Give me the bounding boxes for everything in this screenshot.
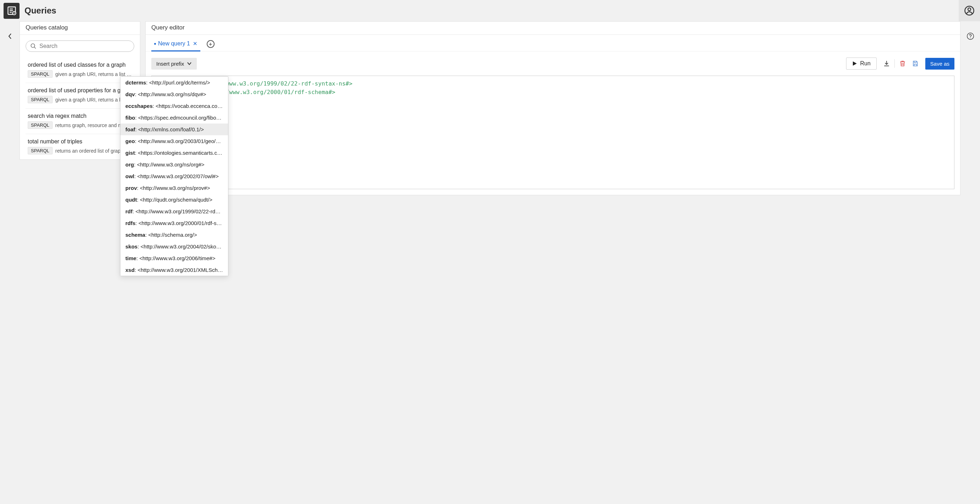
prefix-option-dqv[interactable]: dqv: <http://www.w3.org/ns/dqv#> xyxy=(121,89,228,100)
prefix-name: skos xyxy=(126,244,137,249)
left-rail xyxy=(0,21,19,504)
user-icon xyxy=(964,5,975,16)
right-rail xyxy=(961,21,980,504)
prefix-option-rdfs[interactable]: rdfs: <http://www.w3.org/2000/01/rdf-s… xyxy=(121,217,228,229)
prefix-name: foaf xyxy=(126,126,135,132)
prefix-uri: : <http://www.w3.org/2003/01/geo/… xyxy=(135,138,221,144)
prefix-name: prov xyxy=(126,185,137,191)
catalog-item-title: ordered list of used properties for a gr… xyxy=(28,87,132,94)
search-icon xyxy=(30,43,37,49)
prefix-option-org[interactable]: org: <http://www.w3.org/ns/org#> xyxy=(121,158,228,170)
svg-point-9 xyxy=(970,38,971,38)
catalog-item-tag: SPARQL xyxy=(28,121,52,129)
catalog-title: Queries catalog xyxy=(20,22,140,35)
search-input[interactable] xyxy=(40,43,130,49)
prefix-uri: : <http://schema.org/> xyxy=(145,232,197,238)
catalog-item[interactable]: total number of triples SPARQL returns a… xyxy=(25,134,134,159)
save-as-label: Save as xyxy=(930,61,950,67)
prefix-option-foaf[interactable]: foaf: <http://xmlns.com/foaf/0.1/> xyxy=(121,124,228,135)
help-button[interactable] xyxy=(966,32,975,40)
catalog-item-title: search via regex match xyxy=(28,113,132,119)
prefix-name: dcterms xyxy=(126,79,146,86)
prefix-option-xsd[interactable]: xsd: <http://www.w3.org/2001/XMLSch… xyxy=(121,264,228,276)
prefix-uri: : <http://www.w3.org/ns/org#> xyxy=(134,162,204,168)
tab-new-query[interactable]: New query 1 ✕ xyxy=(151,37,200,51)
prefix-uri: : <https://vocab.eccenca.co… xyxy=(153,103,223,109)
save-icon xyxy=(912,60,919,67)
prefix-uri: : <https://spec.edmcouncil.org/fibo… xyxy=(135,115,222,120)
prefix-option-time[interactable]: time: <http://www.w3.org/2006/time#> xyxy=(121,252,228,264)
queries-logo-icon xyxy=(7,6,17,16)
download-button[interactable] xyxy=(880,57,893,70)
search-wrap xyxy=(20,35,140,57)
prefix-name: org xyxy=(126,162,134,168)
search-box[interactable] xyxy=(25,40,134,52)
prefix-option-eccshapes[interactable]: eccshapes: <https://vocab.eccenca.co… xyxy=(121,100,228,112)
prefix-option-qudt[interactable]: qudt: <http://qudt.org/schema/qudt/> xyxy=(121,194,228,206)
svg-point-5 xyxy=(13,13,14,14)
editor-title: Query editor xyxy=(146,22,960,35)
prefix-uri: : <http://www.w3.org/2000/01/rdf-s… xyxy=(135,220,222,226)
prefix-uri: : <http://xmlns.com/foaf/0.1/> xyxy=(135,126,204,132)
prefix-name: dqv xyxy=(126,91,135,97)
save-button[interactable] xyxy=(909,57,922,70)
tab-close-icon[interactable]: ✕ xyxy=(193,40,197,47)
run-label: Run xyxy=(860,60,870,67)
user-menu[interactable] xyxy=(959,0,980,21)
collapse-left-button[interactable] xyxy=(6,32,14,40)
prefix-uri: : <http://qudt.org/schema/qudt/> xyxy=(137,197,212,203)
catalog-item[interactable]: search via regex match SPARQL returns gr… xyxy=(25,109,134,134)
prefix-option-dcterms[interactable]: dcterms: <http://purl.org/dc/terms/> xyxy=(121,77,228,89)
tab-label: New query 1 xyxy=(158,40,190,47)
svg-line-11 xyxy=(34,47,36,49)
insert-prefix-button[interactable]: Insert prefix xyxy=(151,58,197,70)
editor-card: Query editor New query 1 ✕ ＋ Insert pref… xyxy=(145,21,961,195)
prefix-option-geo[interactable]: geo: <http://www.w3.org/2003/01/geo/… xyxy=(121,135,228,147)
prefix-name: gist xyxy=(126,150,135,156)
page-title: Queries xyxy=(24,6,56,16)
prefix-uri: : <http://www.w3.org/ns/prov#> xyxy=(137,185,210,191)
editor-panel: Query editor New query 1 ✕ ＋ Insert pref… xyxy=(145,21,961,504)
prefix-name: time xyxy=(126,255,137,261)
prefix-name: schema xyxy=(126,232,145,238)
delete-button[interactable] xyxy=(896,57,909,70)
insert-prefix-label: Insert prefix xyxy=(156,61,184,67)
tab-add-button[interactable]: ＋ xyxy=(207,40,215,48)
prefix-uri: : <http://www.w3.org/2004/02/sko… xyxy=(137,244,221,249)
save-as-button[interactable]: Save as xyxy=(925,58,955,70)
play-icon xyxy=(852,61,857,66)
help-icon xyxy=(967,32,974,40)
toolbar-separator xyxy=(894,59,895,68)
chevron-left-icon xyxy=(8,33,12,40)
prefix-option-fibo[interactable]: fibo: <https://spec.edmcouncil.org/fibo… xyxy=(121,112,228,124)
catalog-item[interactable]: ordered list of used properties for a gr… xyxy=(25,83,134,109)
chevron-down-icon xyxy=(187,62,192,65)
prefix-option-schema[interactable]: schema: <http://schema.org/> xyxy=(121,229,228,241)
catalog-item-tag: SPARQL xyxy=(28,70,52,78)
prefix-option-prov[interactable]: prov: <http://www.w3.org/ns/prov#> xyxy=(121,182,228,194)
code-editor[interactable]: PREFIX rdf: <http://www.w3.org/1999/02/2… xyxy=(151,76,955,189)
prefix-uri: : <http://purl.org/dc/terms/> xyxy=(146,79,210,86)
prefix-option-rdf[interactable]: rdf: <http://www.w3.org/1999/02/22-rd… xyxy=(121,206,228,217)
prefix-uri: : <https://ontologies.semanticarts.c… xyxy=(135,150,222,156)
catalog-item-tag: SPARQL xyxy=(28,96,52,103)
prefix-uri: : <http://www.w3.org/ns/dqv#> xyxy=(135,91,206,97)
prefix-option-gist[interactable]: gist: <https://ontologies.semanticarts.c… xyxy=(121,147,228,158)
app-logo[interactable] xyxy=(3,3,19,19)
prefix-option-skos[interactable]: skos: <http://www.w3.org/2004/02/sko… xyxy=(121,241,228,252)
catalog-item-tag: SPARQL xyxy=(28,147,52,154)
download-icon xyxy=(883,60,890,67)
tab-modified-dot-icon xyxy=(154,43,156,45)
toolbar: Insert prefix Run xyxy=(146,51,960,76)
catalog-item[interactable]: ordered list of used classes for a graph… xyxy=(25,57,134,83)
trash-icon xyxy=(899,60,906,67)
prefix-name: fibo xyxy=(126,115,135,120)
prefix-dropdown: dcterms: <http://purl.org/dc/terms/>dqv:… xyxy=(120,76,228,276)
prefix-name: rdf xyxy=(126,208,132,214)
tabs-row: New query 1 ✕ ＋ xyxy=(146,35,960,51)
prefix-option-owl[interactable]: owl: <http://www.w3.org/2002/07/owl#> xyxy=(121,170,228,182)
prefix-uri: : <http://www.w3.org/2006/time#> xyxy=(137,255,216,261)
prefix-uri: : <http://www.w3.org/2001/XMLSch… xyxy=(135,267,223,273)
run-button[interactable]: Run xyxy=(846,57,876,70)
prefix-uri: : <http://www.w3.org/1999/02/22-rd… xyxy=(132,208,221,214)
